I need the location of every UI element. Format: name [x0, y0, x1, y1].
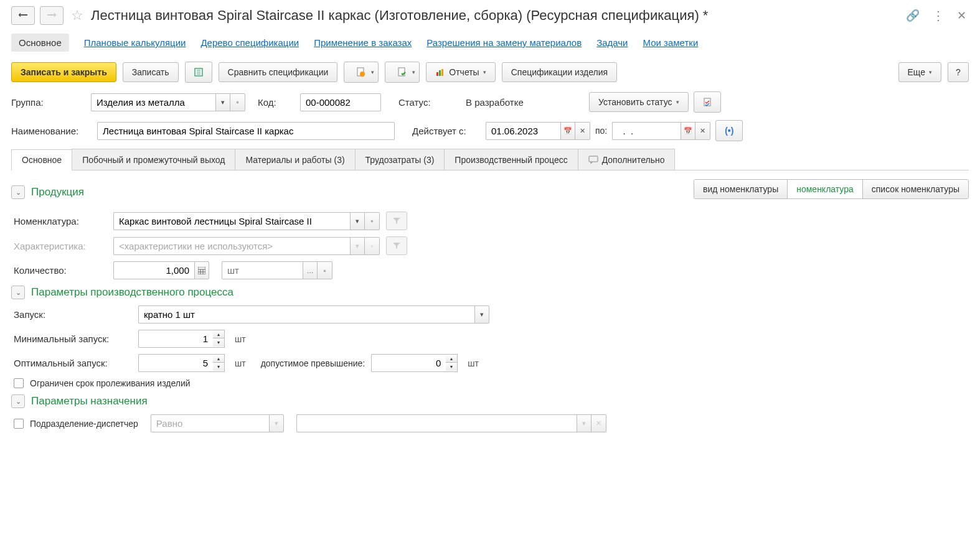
unit-select-button[interactable]: … [303, 261, 318, 279]
nomenclature-filter-button[interactable] [386, 212, 407, 230]
nomenclature-input[interactable] [113, 212, 350, 230]
dispatcher-label: Подразделение-диспетчер [30, 419, 138, 429]
opt-launch-label: Оптимальный запуск: [14, 358, 132, 368]
collapse-product-button[interactable]: ⌄ [11, 185, 25, 199]
more-menu-icon[interactable]: ⋮ [932, 8, 945, 23]
tab-labor[interactable]: Трудозатраты (3) [355, 149, 445, 170]
launch-label: Запуск: [14, 309, 132, 320]
doc-action-1-button[interactable] [344, 62, 379, 83]
valid-from-input[interactable] [486, 122, 560, 140]
valid-to-input[interactable] [612, 122, 681, 140]
subnav-tasks[interactable]: Задачи [596, 37, 628, 48]
doc-action-2-button[interactable] [385, 62, 420, 83]
list-icon [194, 67, 204, 77]
limited-checkbox[interactable] [14, 378, 24, 388]
valid-to-clear-button[interactable]: ✕ [695, 122, 710, 140]
group-open-button[interactable]: ▫ [230, 93, 245, 111]
code-input[interactable] [300, 93, 381, 111]
favorite-icon[interactable]: ☆ [71, 7, 83, 24]
unit-open-button[interactable]: ▫ [318, 261, 332, 279]
quantity-input[interactable] [113, 261, 194, 279]
nav-forward-button[interactable]: 🠖 [40, 6, 64, 25]
dispatcher-op-dropdown: ▾ [269, 414, 284, 432]
launch-input[interactable] [138, 305, 474, 324]
seg-kind[interactable]: вид номенклатуры [694, 180, 788, 198]
name-input[interactable] [97, 122, 395, 140]
to-label: по: [595, 126, 607, 136]
valid-from-label: Действует с: [412, 126, 481, 136]
page-title: Лестница винтовая Spiral Staircase II ка… [91, 7, 898, 24]
collapse-assign-button[interactable]: ⌄ [11, 394, 25, 408]
characteristic-label: Характеристика: [14, 241, 107, 251]
dispatcher-op-input [151, 414, 269, 432]
valid-to-calendar-button[interactable]: 📅 [681, 122, 695, 140]
min-launch-spinner[interactable]: ▴▾ [213, 330, 225, 348]
product-specs-button[interactable]: Спецификации изделия [502, 62, 617, 82]
opt-launch-input[interactable] [138, 354, 213, 372]
subnav-perm[interactable]: Разрешения на замену материалов [426, 37, 582, 48]
svg-rect-12 [198, 267, 205, 274]
collapse-process-button[interactable]: ⌄ [11, 286, 25, 299]
nomenclature-dropdown-button[interactable]: ▾ [350, 212, 365, 230]
group-dropdown-button[interactable]: ▾ [215, 93, 230, 111]
link-icon[interactable]: 🔗 [906, 9, 920, 22]
quantity-calc-button[interactable] [194, 261, 209, 279]
name-label: Наименование: [11, 126, 92, 136]
valid-from-calendar-button[interactable]: 📅 [560, 122, 575, 140]
chart-icon [435, 67, 445, 77]
tab-materials[interactable]: Материалы и работы (3) [235, 149, 355, 170]
reports-button[interactable]: Отчеты ▾ [426, 62, 495, 82]
section-process-title: Параметры производственного процесса [31, 286, 233, 299]
nav-back-button[interactable]: 🠔 [11, 6, 35, 25]
min-launch-unit: шт [235, 334, 246, 344]
dispatcher-checkbox[interactable] [14, 419, 24, 429]
list-icon-button[interactable] [185, 62, 212, 83]
valid-from-clear-button[interactable]: ✕ [575, 122, 590, 140]
min-launch-input[interactable] [138, 330, 213, 348]
tab-process[interactable]: Производственный процесс [444, 149, 578, 170]
excess-spinner[interactable]: ▴▾ [446, 354, 458, 372]
svg-rect-11 [589, 156, 598, 162]
group-label: Группа: [11, 97, 49, 108]
launch-dropdown-button[interactable]: ▾ [474, 305, 489, 324]
quantity-label: Количество: [14, 265, 82, 276]
subnav-plan[interactable]: Плановые калькуляции [84, 37, 186, 48]
opt-launch-spinner[interactable]: ▴▾ [213, 354, 225, 372]
characteristic-filter-button [386, 236, 407, 255]
tab-byproduct[interactable]: Побочный и промежуточный выход [72, 149, 235, 170]
save-close-button[interactable]: Записать и закрыть [11, 62, 116, 82]
group-input[interactable] [91, 93, 215, 111]
seg-nomenclature[interactable]: номенклатура [788, 180, 863, 198]
document-icon [356, 67, 367, 78]
compare-button[interactable]: Сравнить спецификации [219, 62, 338, 82]
limited-label: Ограничен срок пролеживания изделий [30, 378, 191, 388]
characteristic-input [113, 237, 350, 255]
section-product-title: Продукция [31, 186, 84, 198]
excess-input[interactable] [371, 354, 446, 372]
dispatcher-value-clear: ✕ [591, 414, 606, 432]
nomenclature-open-button[interactable]: ▫ [365, 212, 380, 230]
tab-extra[interactable]: Дополнительно [578, 149, 676, 170]
subnav-orders[interactable]: Применение в заказах [314, 37, 412, 48]
svg-rect-9 [441, 69, 443, 76]
seg-list[interactable]: список номенклатуры [863, 180, 968, 198]
brackets-button[interactable]: (•) [715, 120, 743, 141]
status-value: В разработке [466, 94, 584, 111]
min-launch-label: Минимальный запуск: [14, 333, 132, 344]
nomenclature-label: Номенклатура: [14, 216, 107, 226]
section-assign-title: Параметры назначения [31, 395, 148, 408]
set-status-button[interactable]: Установить статус ▾ [589, 92, 689, 112]
subnav-tree[interactable]: Дерево спецификации [200, 37, 299, 48]
svg-point-5 [360, 72, 365, 77]
save-button[interactable]: Записать [123, 62, 179, 82]
close-icon[interactable]: ✕ [957, 9, 966, 22]
unit-input[interactable] [222, 261, 303, 279]
comment-icon [588, 156, 598, 164]
subnav-main[interactable]: Основное [11, 34, 69, 52]
status-action-button[interactable] [694, 91, 721, 113]
subnav-notes[interactable]: Мои заметки [643, 37, 699, 48]
funnel-icon [392, 241, 401, 250]
tab-main[interactable]: Основное [11, 149, 72, 170]
help-button[interactable]: ? [948, 62, 969, 82]
more-button[interactable]: Еще ▾ [898, 62, 942, 82]
